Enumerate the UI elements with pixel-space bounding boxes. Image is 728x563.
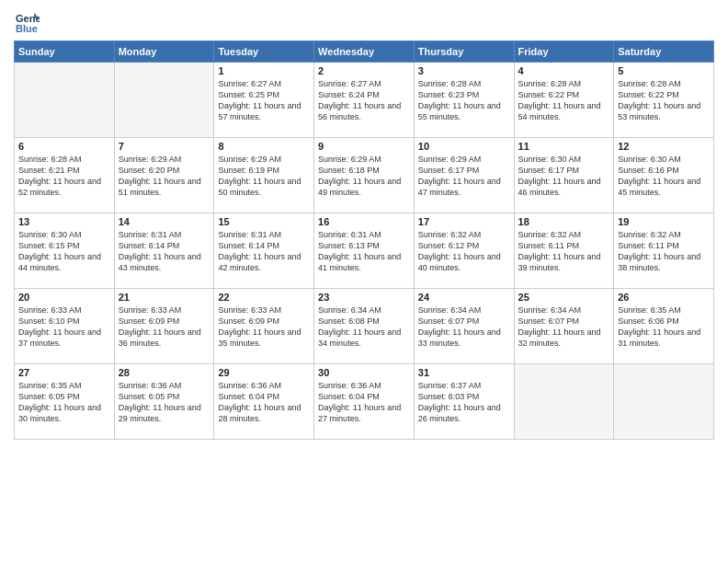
calendar-cell: 16Sunrise: 6:31 AMSunset: 6:13 PMDayligh…: [314, 213, 415, 289]
weekday-header-wednesday: Wednesday: [314, 41, 415, 63]
calendar-cell: 4Sunrise: 6:28 AMSunset: 6:22 PMDaylight…: [514, 63, 614, 138]
day-number: 3: [418, 65, 510, 76]
cell-info: Sunrise: 6:33 AMSunset: 6:10 PMDaylight:…: [18, 304, 110, 350]
calendar-cell: 8Sunrise: 6:29 AMSunset: 6:19 PMDaylight…: [214, 138, 314, 213]
calendar-cell: 17Sunrise: 6:32 AMSunset: 6:12 PMDayligh…: [414, 213, 514, 289]
day-number: 22: [218, 292, 310, 303]
logo: General Blue: [14, 9, 43, 35]
calendar-cell: 7Sunrise: 6:29 AMSunset: 6:20 PMDaylight…: [114, 138, 214, 213]
calendar-cell: 31Sunrise: 6:37 AMSunset: 6:03 PMDayligh…: [414, 364, 514, 440]
day-number: 28: [119, 367, 210, 378]
cell-info: Sunrise: 6:34 AMSunset: 6:07 PMDaylight:…: [418, 304, 510, 350]
calendar-cell: 10Sunrise: 6:29 AMSunset: 6:17 PMDayligh…: [414, 138, 514, 213]
calendar-cell: 24Sunrise: 6:34 AMSunset: 6:07 PMDayligh…: [414, 289, 514, 364]
calendar-cell: 3Sunrise: 6:28 AMSunset: 6:23 PMDaylight…: [414, 63, 514, 138]
cell-info: Sunrise: 6:36 AMSunset: 6:04 PMDaylight:…: [318, 380, 410, 425]
day-number: 29: [218, 367, 310, 378]
cell-info: Sunrise: 6:34 AMSunset: 6:07 PMDaylight:…: [518, 304, 610, 350]
day-number: 31: [418, 367, 510, 378]
calendar-cell: 5Sunrise: 6:28 AMSunset: 6:22 PMDaylight…: [614, 63, 714, 138]
calendar-cell: 19Sunrise: 6:32 AMSunset: 6:11 PMDayligh…: [614, 213, 714, 289]
cell-info: Sunrise: 6:31 AMSunset: 6:14 PMDaylight:…: [218, 229, 310, 274]
day-number: 17: [418, 216, 510, 227]
week-row-5: 27Sunrise: 6:35 AMSunset: 6:05 PMDayligh…: [15, 364, 714, 440]
cell-info: Sunrise: 6:35 AMSunset: 6:06 PMDaylight:…: [618, 304, 710, 350]
header: General Blue: [14, 9, 714, 35]
calendar-table: SundayMondayTuesdayWednesdayThursdayFrid…: [14, 40, 714, 440]
cell-info: Sunrise: 6:32 AMSunset: 6:11 PMDaylight:…: [618, 229, 710, 274]
day-number: 1: [218, 65, 310, 76]
week-row-3: 13Sunrise: 6:30 AMSunset: 6:15 PMDayligh…: [15, 213, 714, 289]
cell-info: Sunrise: 6:33 AMSunset: 6:09 PMDaylight:…: [119, 304, 210, 350]
calendar-cell: 9Sunrise: 6:29 AMSunset: 6:18 PMDaylight…: [314, 138, 415, 213]
cell-info: Sunrise: 6:31 AMSunset: 6:14 PMDaylight:…: [119, 229, 210, 274]
svg-text:Blue: Blue: [16, 23, 38, 34]
cell-info: Sunrise: 6:28 AMSunset: 6:23 PMDaylight:…: [418, 78, 510, 123]
day-number: 24: [418, 292, 510, 303]
calendar-cell: 28Sunrise: 6:36 AMSunset: 6:05 PMDayligh…: [114, 364, 214, 440]
logo-icon: General Blue: [14, 9, 40, 35]
cell-info: Sunrise: 6:27 AMSunset: 6:25 PMDaylight:…: [218, 78, 310, 123]
calendar-cell: 26Sunrise: 6:35 AMSunset: 6:06 PMDayligh…: [614, 289, 714, 364]
cell-info: Sunrise: 6:33 AMSunset: 6:09 PMDaylight:…: [218, 304, 310, 350]
cell-info: Sunrise: 6:29 AMSunset: 6:19 PMDaylight:…: [218, 154, 310, 199]
day-number: 18: [518, 216, 610, 227]
day-number: 27: [18, 367, 110, 378]
calendar-cell: 29Sunrise: 6:36 AMSunset: 6:04 PMDayligh…: [214, 364, 314, 440]
week-row-1: 1Sunrise: 6:27 AMSunset: 6:25 PMDaylight…: [15, 63, 714, 138]
weekday-header-thursday: Thursday: [414, 41, 514, 63]
calendar-cell: 6Sunrise: 6:28 AMSunset: 6:21 PMDaylight…: [15, 138, 115, 213]
cell-info: Sunrise: 6:29 AMSunset: 6:17 PMDaylight:…: [418, 154, 510, 199]
day-number: 21: [119, 292, 210, 303]
day-number: 12: [618, 141, 710, 152]
calendar-cell: 27Sunrise: 6:35 AMSunset: 6:05 PMDayligh…: [15, 364, 115, 440]
day-number: 9: [318, 141, 410, 152]
day-number: 6: [18, 141, 110, 152]
day-number: 25: [518, 292, 610, 303]
week-row-4: 20Sunrise: 6:33 AMSunset: 6:10 PMDayligh…: [15, 289, 714, 364]
calendar-cell: 14Sunrise: 6:31 AMSunset: 6:14 PMDayligh…: [114, 213, 214, 289]
day-number: 13: [18, 216, 110, 227]
cell-info: Sunrise: 6:27 AMSunset: 6:24 PMDaylight:…: [318, 78, 410, 123]
calendar-cell: 20Sunrise: 6:33 AMSunset: 6:10 PMDayligh…: [15, 289, 115, 364]
calendar-cell: 23Sunrise: 6:34 AMSunset: 6:08 PMDayligh…: [314, 289, 415, 364]
day-number: 7: [119, 141, 210, 152]
cell-info: Sunrise: 6:30 AMSunset: 6:17 PMDaylight:…: [518, 154, 610, 199]
calendar-cell: 13Sunrise: 6:30 AMSunset: 6:15 PMDayligh…: [15, 213, 115, 289]
cell-info: Sunrise: 6:35 AMSunset: 6:05 PMDaylight:…: [18, 380, 110, 425]
calendar-cell: 12Sunrise: 6:30 AMSunset: 6:16 PMDayligh…: [614, 138, 714, 213]
calendar-cell: [114, 63, 214, 138]
cell-info: Sunrise: 6:28 AMSunset: 6:22 PMDaylight:…: [618, 78, 710, 123]
cell-info: Sunrise: 6:34 AMSunset: 6:08 PMDaylight:…: [318, 304, 410, 350]
weekday-header-monday: Monday: [114, 41, 214, 63]
calendar-cell: 18Sunrise: 6:32 AMSunset: 6:11 PMDayligh…: [514, 213, 614, 289]
calendar-cell: 15Sunrise: 6:31 AMSunset: 6:14 PMDayligh…: [214, 213, 314, 289]
calendar-cell: 21Sunrise: 6:33 AMSunset: 6:09 PMDayligh…: [114, 289, 214, 364]
day-number: 4: [518, 65, 610, 76]
day-number: 19: [618, 216, 710, 227]
cell-info: Sunrise: 6:28 AMSunset: 6:21 PMDaylight:…: [18, 154, 110, 199]
calendar-cell: 2Sunrise: 6:27 AMSunset: 6:24 PMDaylight…: [314, 63, 415, 138]
cell-info: Sunrise: 6:32 AMSunset: 6:12 PMDaylight:…: [418, 229, 510, 274]
weekday-header-friday: Friday: [514, 41, 614, 63]
cell-info: Sunrise: 6:30 AMSunset: 6:15 PMDaylight:…: [18, 229, 110, 274]
day-number: 14: [119, 216, 210, 227]
day-number: 8: [218, 141, 310, 152]
day-number: 10: [418, 141, 510, 152]
week-row-2: 6Sunrise: 6:28 AMSunset: 6:21 PMDaylight…: [15, 138, 714, 213]
day-number: 5: [618, 65, 710, 76]
calendar-cell: 30Sunrise: 6:36 AMSunset: 6:04 PMDayligh…: [314, 364, 415, 440]
page-container: General Blue SundayMondayTuesdayWednesda…: [0, 0, 728, 563]
day-number: 23: [318, 292, 410, 303]
calendar-cell: 11Sunrise: 6:30 AMSunset: 6:17 PMDayligh…: [514, 138, 614, 213]
weekday-header-row: SundayMondayTuesdayWednesdayThursdayFrid…: [15, 41, 714, 63]
day-number: 11: [518, 141, 610, 152]
day-number: 26: [618, 292, 710, 303]
cell-info: Sunrise: 6:32 AMSunset: 6:11 PMDaylight:…: [518, 229, 610, 274]
cell-info: Sunrise: 6:37 AMSunset: 6:03 PMDaylight:…: [418, 380, 510, 425]
calendar-cell: [514, 364, 614, 440]
cell-info: Sunrise: 6:30 AMSunset: 6:16 PMDaylight:…: [618, 154, 710, 199]
day-number: 2: [318, 65, 410, 76]
day-number: 30: [318, 367, 410, 378]
cell-info: Sunrise: 6:36 AMSunset: 6:05 PMDaylight:…: [119, 380, 210, 425]
